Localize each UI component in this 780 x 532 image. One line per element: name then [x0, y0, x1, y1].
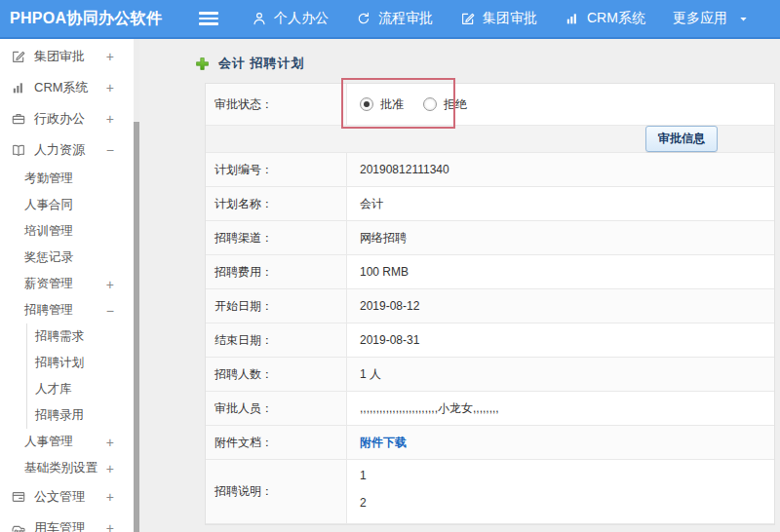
radio-label: 拒绝 [444, 96, 467, 113]
expand-icon[interactable]: + [106, 490, 114, 504]
collapse-icon[interactable]: − [106, 304, 114, 318]
field-label: 结束日期： [206, 323, 347, 357]
field-label: 开始日期： [206, 289, 347, 323]
field-value: 2019-08-31 [360, 333, 419, 347]
main-content: 会计 招聘计划 审批状态： 批准拒绝 审批信息 计划编号：20190812111… [139, 39, 780, 532]
sidebar-item-salary-mgmt[interactable]: 薪资管理+ [0, 271, 134, 297]
sidebar-item-base-category-settings[interactable]: 基础类别设置+ [0, 455, 134, 481]
nav-item-more-apps[interactable]: 更多应用 [673, 10, 749, 27]
sidebar-item-attendance-mgmt[interactable]: 考勤管理 [0, 166, 134, 192]
field-row-recruit-description: 招聘说明：1 2 [206, 460, 774, 524]
book-icon [11, 142, 26, 158]
sidebar-item-admin-office[interactable]: 行政办公+ [0, 103, 134, 134]
menu-toggle-icon[interactable] [199, 12, 218, 25]
sidebar-item-label: 奖惩记录 [24, 249, 73, 266]
field-value: 100 RMB [360, 265, 409, 279]
field-label: 招聘说明： [206, 460, 347, 523]
radio-option-reject[interactable]: 拒绝 [423, 96, 467, 113]
sidebar-item-document-mgmt[interactable]: 公文管理+ [0, 481, 134, 513]
nav-item-personal-office[interactable]: 个人办公 [252, 10, 329, 27]
field-label: 审批人员： [206, 392, 347, 425]
sidebar-item-label: 招聘需求 [35, 328, 84, 345]
sidebar-item-label: 薪资管理 [24, 276, 73, 292]
process-icon [356, 11, 371, 26]
field-row-approval-status: 审批状态： 批准拒绝 [206, 84, 774, 126]
nav-item-label: 更多应用 [673, 10, 727, 27]
expand-icon[interactable]: + [106, 521, 114, 532]
field-value-cell: 20190812111340 [347, 153, 774, 186]
sidebar-item-label: 人事管理 [24, 434, 73, 450]
radio-button[interactable] [360, 97, 373, 111]
sidebar-item-label: 人事合同 [24, 197, 73, 213]
expand-icon[interactable]: + [106, 50, 114, 63]
field-label: 审批状态： [206, 84, 347, 125]
sidebar-item-talent-pool[interactable]: 人才库 [0, 376, 134, 402]
sidebar-item-recruit-mgmt[interactable]: 招聘管理− [0, 297, 134, 323]
field-value-cell: 2019-08-31 [347, 323, 774, 357]
sidebar-item-label: 用车管理 [34, 519, 85, 532]
field-value: ,,,,,,,,,,,,,,,,,,,,,,,,小龙女,,,,,,,, [360, 400, 499, 417]
field-row-plan-number: 计划编号：20190812111340 [206, 153, 774, 187]
sidebar-item-label: 基础类别设置 [24, 460, 98, 476]
field-value-cell: 附件下载 [347, 426, 774, 459]
chart-icon [11, 80, 26, 95]
sidebar-item-personnel-contract[interactable]: 人事合同 [0, 192, 134, 218]
expand-icon[interactable]: + [106, 462, 114, 475]
field-row-approvers: 审批人员：,,,,,,,,,,,,,,,,,,,,,,,,小龙女,,,,,,,, [206, 392, 774, 426]
edit-icon [460, 11, 476, 26]
field-value: 会计 [360, 196, 383, 212]
radio-option-approve[interactable]: 批准 [360, 96, 404, 113]
field-value-cell: 1 人 [347, 358, 774, 391]
sidebar-item-group-approval[interactable]: 集团审批+ [0, 41, 134, 72]
field-label: 计划名称： [206, 187, 347, 220]
approval-options-cell: 批准拒绝 [347, 84, 774, 125]
field-value: 2019-08-12 [360, 299, 419, 313]
approval-info-button[interactable]: 审批信息 [645, 126, 718, 152]
nav-item-process-approval[interactable]: 流程审批 [356, 10, 433, 27]
radio-label: 批准 [380, 96, 404, 113]
collapse-icon[interactable]: − [106, 143, 114, 157]
field-value: 1 人 [360, 366, 381, 383]
field-label: 招聘费用： [206, 255, 347, 288]
sidebar-item-label: 考勤管理 [24, 171, 73, 187]
sidebar-item-crm-system[interactable]: CRM系统+ [0, 72, 134, 103]
field-row-recruit-cost: 招聘费用：100 RMB [206, 255, 774, 289]
field-row-attachment: 附件文档：附件下载 [206, 426, 774, 460]
attachment-download-link[interactable]: 附件下载 [360, 435, 407, 451]
sidebar-item-training-mgmt[interactable]: 培训管理 [0, 218, 134, 245]
expand-icon[interactable]: + [106, 81, 114, 95]
sidebar-item-vehicle-mgmt[interactable]: 用车管理+ [0, 513, 134, 532]
sidebar-item-reward-punish-records[interactable]: 奖惩记录 [0, 245, 134, 271]
sidebar-item-human-resources[interactable]: 人力资源− [0, 134, 134, 166]
field-value: 1 2 [360, 462, 367, 516]
radio-button[interactable] [423, 97, 437, 111]
field-rows: 计划编号：20190812111340计划名称：会计招聘渠道：网络招聘招聘费用：… [206, 153, 774, 524]
expand-icon[interactable]: + [106, 278, 114, 291]
sidebar-item-recruit-demand[interactable]: 招聘需求 [0, 323, 134, 350]
field-value-cell: 100 RMB [347, 255, 774, 288]
sidebar-item-personnel-mgmt[interactable]: 人事管理+ [0, 429, 134, 455]
app-logo: PHPOA协同办公软件 [10, 9, 187, 29]
add-icon[interactable] [195, 57, 210, 71]
sidebar-item-label: 行政办公 [34, 110, 85, 128]
approval-button-row: 审批信息 [206, 126, 774, 153]
sidebar-item-recruit-plan[interactable]: 招聘计划 [0, 350, 134, 376]
sidebar-item-label: 招聘录用 [35, 407, 84, 424]
expand-icon[interactable]: + [106, 436, 114, 449]
sidebar-item-label: 招聘管理 [24, 302, 73, 319]
sidebar-item-recruit-hire[interactable]: 招聘录用 [0, 402, 134, 429]
app-window: PHPOA协同办公软件 个人办公流程审批集团审批CRM系统更多应用 集团审批+C… [0, 0, 780, 532]
page-title: 会计 招聘计划 [218, 55, 305, 72]
nav-item-crm-system[interactable]: CRM系统 [565, 10, 645, 27]
nav-item-label: 流程审批 [378, 10, 433, 27]
field-value: 20190812111340 [360, 163, 449, 176]
expand-icon[interactable]: + [106, 112, 114, 126]
caret-down-icon [738, 14, 749, 24]
chart-icon [565, 11, 580, 26]
top-header: PHPOA协同办公软件 个人办公流程审批集团审批CRM系统更多应用 [0, 0, 780, 39]
field-label: 招聘人数： [206, 358, 347, 391]
nav-item-group-approval[interactable]: 集团审批 [460, 10, 537, 27]
field-label: 计划编号： [206, 153, 347, 186]
field-row-plan-name: 计划名称：会计 [206, 187, 774, 221]
person-icon [252, 11, 267, 26]
